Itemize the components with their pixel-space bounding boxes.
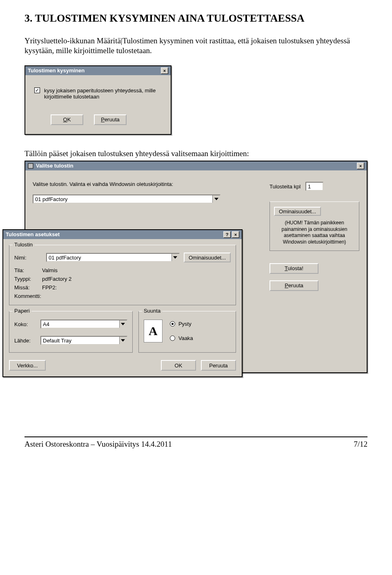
- printer-prompt-dialog: Tulostimen kysyminen × ✓ kysy jokaisen p…: [24, 65, 172, 135]
- size-label: Koko:: [14, 321, 36, 327]
- cancel-button[interactable]: Peruuta: [94, 114, 127, 125]
- name-label: Nimi:: [14, 255, 42, 261]
- dialog-title: Tulostimen kysyminen: [28, 66, 85, 75]
- svg-rect-0: [28, 163, 33, 168]
- chevron-down-icon: [172, 254, 179, 261]
- properties-button[interactable]: Ominaisuudet...: [274, 207, 321, 216]
- second-paragraph: Tällöin pääset jokaisen tulostuksen yhte…: [24, 149, 368, 159]
- footer-left: Asteri Ostoreskontra – Vuosipäivitys 14.…: [24, 440, 172, 449]
- instruction-text: Valitse tulostin. Valinta ei vaihda Wind…: [33, 181, 261, 187]
- cancel-button[interactable]: Peruuta: [201, 360, 236, 371]
- paper-size-select[interactable]: A4: [40, 320, 127, 329]
- checkmark-icon: ✓: [35, 88, 39, 93]
- paper-source-value: Default Tray: [43, 338, 71, 344]
- printer-select[interactable]: 01 pdfFactory: [33, 195, 220, 204]
- checkbox-label: kysy jokaisen paperitulosteen yhteydessä…: [44, 87, 158, 100]
- close-icon[interactable]: ×: [357, 163, 364, 169]
- close-icon[interactable]: ×: [161, 67, 168, 74]
- status-label: Tila:: [14, 267, 42, 273]
- dialog-title: Tulostimen asetukset: [6, 230, 60, 239]
- copies-input[interactable]: 1: [305, 182, 323, 191]
- ok-label: OK: [175, 362, 183, 369]
- properties-button-label: Ominaisuudet...: [279, 208, 316, 215]
- svg-marker-3: [121, 323, 125, 325]
- paper-size-value: A4: [43, 321, 49, 327]
- titlebar: Tulostimen kysyminen ×: [25, 66, 171, 75]
- chevron-down-icon: [212, 195, 220, 203]
- orientation-preview-icon: A: [144, 320, 163, 342]
- chevron-down-icon: [119, 337, 127, 344]
- radio-icon: [170, 336, 175, 341]
- landscape-radio[interactable]: Vaaka: [170, 335, 193, 341]
- intro-paragraph: Yritysluettelo-ikkunan Määritä|Tulostime…: [24, 36, 368, 56]
- dialog-title: Valitse tulostin: [36, 161, 74, 170]
- titlebar: Tulostimen asetukset ? ×: [3, 230, 242, 239]
- orientation-group: Suunta A Pysty: [138, 311, 236, 353]
- help-icon[interactable]: ?: [223, 231, 231, 238]
- ok-button[interactable]: OK: [161, 360, 196, 371]
- portrait-label: Pysty: [178, 321, 192, 327]
- titlebar: Valitse tulostin ×: [25, 161, 367, 170]
- printer-name-value: 01 pdfFactory: [49, 255, 81, 261]
- type-value: pdfFactory 2: [42, 276, 71, 282]
- paper-source-select[interactable]: Default Tray: [40, 336, 127, 345]
- orientation-group-legend: Suunta: [142, 308, 162, 314]
- ok-button[interactable]: OK: [51, 114, 83, 125]
- where-label: Missä:: [14, 284, 42, 291]
- properties-button-label: Ominaisuudet...: [189, 255, 226, 261]
- properties-group: Ominaisuudet... (HUOM! Tämän painikkeen …: [270, 201, 359, 251]
- footer-page-number: 7/12: [354, 440, 368, 449]
- printer-select-value: 01 pdfFactory: [35, 196, 68, 202]
- chevron-down-icon: [119, 320, 127, 328]
- cancel-button[interactable]: Peruuta: [270, 280, 318, 291]
- svg-marker-1: [214, 198, 218, 200]
- app-icon: [28, 163, 33, 169]
- comment-label: Kommentti:: [14, 293, 42, 299]
- printer-settings-dialog: Tulostimen asetukset ? × Tulostin Nimi: …: [2, 229, 243, 377]
- where-value: FPP2:: [42, 284, 57, 291]
- copies-label: Tulosteita kpl: [270, 183, 301, 190]
- paper-group-legend: Paperi: [13, 308, 31, 314]
- section-heading: 3. TULOSTIMEN KYSYMINEN AINA TULOSTETTAE…: [24, 12, 368, 25]
- paper-group: Paperi Koko: A4 Lähde:: [9, 311, 133, 353]
- printer-group-legend: Tulostin: [13, 242, 34, 248]
- properties-button[interactable]: Ominaisuudet...: [184, 253, 231, 262]
- cancel-label: Peruuta: [209, 362, 228, 369]
- printer-name-select[interactable]: 01 pdfFactory: [46, 253, 180, 262]
- portrait-radio[interactable]: Pysty: [170, 321, 193, 327]
- type-label: Tyyppi:: [14, 276, 42, 282]
- network-button[interactable]: Verkko...: [9, 360, 46, 371]
- close-icon[interactable]: ×: [232, 231, 239, 238]
- source-label: Lähde:: [14, 338, 36, 344]
- copies-value: 1: [308, 183, 311, 190]
- network-button-label: Verkko...: [17, 362, 38, 369]
- svg-marker-2: [173, 256, 177, 259]
- radio-icon: [170, 321, 175, 327]
- svg-marker-4: [121, 339, 125, 342]
- print-button[interactable]: Tulosta!: [270, 263, 318, 274]
- properties-note: (HUOM! Tämän painikkeen painaminen ja om…: [274, 220, 355, 245]
- ask-printer-checkbox[interactable]: ✓: [34, 87, 40, 93]
- status-value: Valmis: [42, 267, 58, 273]
- landscape-label: Vaaka: [178, 335, 193, 341]
- printer-group: Tulostin Nimi: 01 pdfFactory Ominaisuude…: [9, 245, 236, 305]
